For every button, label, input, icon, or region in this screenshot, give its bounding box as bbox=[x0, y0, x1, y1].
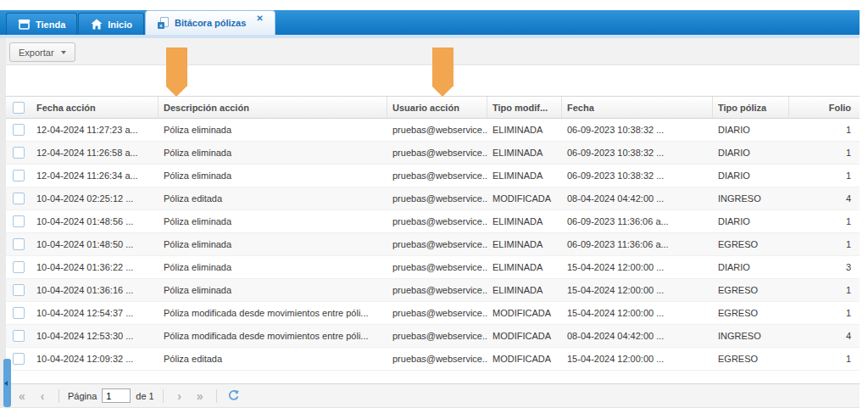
row-checkbox[interactable] bbox=[13, 124, 25, 136]
first-page-button[interactable]: « bbox=[14, 390, 30, 402]
cell-descripcion-accion: Póliza editada bbox=[159, 187, 387, 210]
cell-tipo-poliza: INGRESO bbox=[713, 187, 789, 210]
export-button[interactable]: Exportar bbox=[9, 42, 75, 62]
cell-descripcion-accion: Póliza eliminada bbox=[159, 233, 387, 255]
page-count-label: de 1 bbox=[136, 391, 153, 401]
cell-fecha: 15-04-2024 12:00:00 ... bbox=[562, 348, 713, 370]
refresh-button[interactable] bbox=[227, 389, 240, 402]
cell-descripcion-accion: Póliza eliminada bbox=[159, 142, 387, 164]
cell-tipo-modif: MODIFICADA bbox=[487, 302, 562, 324]
policy-log-icon: x bbox=[157, 17, 170, 29]
tab-tienda[interactable]: Tienda bbox=[6, 13, 77, 35]
cell-descripcion-accion: Póliza eliminada bbox=[159, 279, 387, 301]
row-checkbox-cell bbox=[6, 142, 31, 164]
cell-tipo-poliza: DIARIO bbox=[713, 165, 789, 187]
cell-fecha-accion: 12-04-2024 11:26:34 a... bbox=[31, 165, 159, 187]
pagination-toolbar: « ‹ Página de 1 › » bbox=[6, 383, 860, 408]
cell-tipo-poliza: EGRESO bbox=[713, 348, 789, 370]
cell-fecha: 15-04-2024 12:00:00 ... bbox=[562, 256, 713, 278]
cell-tipo-poliza: DIARIO bbox=[713, 142, 789, 164]
row-checkbox[interactable] bbox=[13, 330, 25, 342]
cell-fecha-accion: 12-04-2024 11:26:58 a... bbox=[31, 142, 159, 164]
table-row[interactable]: 10-04-2024 01:48:50 ...Póliza eliminadap… bbox=[6, 233, 860, 256]
table-row[interactable]: 12-04-2024 11:26:58 a...Póliza eliminada… bbox=[6, 142, 860, 165]
cell-folio: 1 bbox=[789, 210, 860, 232]
cell-tipo-modif: ELIMINADA bbox=[487, 165, 562, 187]
page-input[interactable] bbox=[102, 388, 131, 403]
row-checkbox-cell bbox=[6, 302, 31, 324]
cell-folio: 1 bbox=[789, 119, 860, 141]
table-row[interactable]: 10-04-2024 12:53:30 ...Póliza modificada… bbox=[6, 325, 860, 348]
tab-bitacora-polizas[interactable]: xBitácora pólizas✕ bbox=[145, 10, 275, 35]
cell-folio: 1 bbox=[789, 165, 860, 187]
cell-fecha-accion: 10-04-2024 02:25:12 ... bbox=[31, 187, 159, 210]
cell-folio: 4 bbox=[789, 187, 860, 210]
cell-tipo-modif: ELIMINADA bbox=[487, 210, 562, 232]
left-edge bbox=[0, 38, 6, 408]
column-header-descripcion-accion[interactable]: Descripción acción bbox=[159, 97, 387, 118]
screen: TiendaInicioxBitácora pólizas✕ Exportar … bbox=[0, 0, 868, 419]
cell-fecha: 06-09-2023 11:36:06 a... bbox=[562, 210, 713, 232]
column-header-fecha-accion[interactable]: Fecha acción bbox=[31, 97, 159, 118]
row-checkbox[interactable] bbox=[13, 147, 25, 159]
prev-page-button[interactable]: ‹ bbox=[35, 390, 50, 402]
tab-label: Inicio bbox=[108, 20, 132, 30]
cell-fecha: 08-04-2024 04:42:00 ... bbox=[562, 187, 713, 210]
collapse-panel-handle[interactable] bbox=[3, 359, 11, 407]
cell-tipo-poliza: DIARIO bbox=[713, 119, 789, 141]
cell-folio: 4 bbox=[789, 325, 860, 347]
cell-fecha-accion: 12-04-2024 11:27:23 a... bbox=[31, 119, 159, 141]
table-row[interactable]: 10-04-2024 01:36:22 ...Póliza eliminadap… bbox=[6, 256, 860, 279]
row-checkbox[interactable] bbox=[13, 307, 25, 319]
cell-fecha: 15-04-2024 12:00:00 ... bbox=[562, 279, 713, 301]
table-row[interactable]: 10-04-2024 12:54:37 ...Póliza modificada… bbox=[6, 302, 860, 325]
tab-label: Bitácora pólizas bbox=[175, 18, 246, 28]
tab-bar: TiendaInicioxBitácora pólizas✕ bbox=[0, 10, 860, 35]
tab-label: Tienda bbox=[36, 20, 65, 30]
row-checkbox[interactable] bbox=[13, 193, 25, 204]
row-checkbox-cell bbox=[6, 256, 31, 278]
grid-header: Fecha acciónDescripción acciónUsuario ac… bbox=[6, 97, 860, 119]
table-row[interactable]: 10-04-2024 02:25:12 ...Póliza editadapru… bbox=[6, 187, 860, 210]
select-all-checkbox[interactable] bbox=[13, 102, 25, 114]
next-page-button[interactable]: › bbox=[172, 390, 187, 402]
cell-usuario-accion: pruebas@webservice.... bbox=[387, 165, 487, 187]
row-checkbox[interactable] bbox=[13, 284, 25, 296]
column-header-tipo-poliza[interactable]: Tipo póliza bbox=[713, 97, 789, 118]
cell-fecha: 15-04-2024 12:00:00 ... bbox=[562, 302, 713, 324]
cell-fecha: 06-09-2023 11:36:06 a... bbox=[562, 233, 713, 255]
row-checkbox[interactable] bbox=[13, 238, 25, 250]
select-all-cell bbox=[6, 97, 31, 118]
table-row[interactable]: 10-04-2024 01:36:16 ...Póliza eliminadap… bbox=[6, 279, 860, 302]
table-row[interactable]: 10-04-2024 12:09:32 ...Póliza editadapru… bbox=[6, 348, 860, 371]
toolbar: Exportar bbox=[6, 38, 860, 65]
cell-descripcion-accion: Póliza modificada desde movimientos entr… bbox=[159, 325, 387, 347]
column-header-fecha[interactable]: Fecha bbox=[562, 97, 713, 118]
row-checkbox[interactable] bbox=[13, 170, 25, 182]
store-icon bbox=[18, 19, 31, 31]
row-checkbox[interactable] bbox=[13, 353, 25, 365]
column-header-folio[interactable]: Folio bbox=[789, 97, 860, 118]
table-row[interactable]: 12-04-2024 11:26:34 a...Póliza eliminada… bbox=[6, 165, 860, 187]
table-row[interactable]: 10-04-2024 01:48:56 ...Póliza eliminadap… bbox=[6, 210, 860, 233]
cell-folio: 3 bbox=[789, 256, 860, 278]
cell-descripcion-accion: Póliza modificada desde movimientos entr… bbox=[159, 302, 387, 324]
table-row[interactable]: 12-04-2024 11:27:23 a...Póliza eliminada… bbox=[6, 119, 860, 142]
cell-usuario-accion: pruebas@webservice.... bbox=[387, 142, 487, 164]
cell-tipo-poliza: DIARIO bbox=[713, 210, 789, 232]
chevron-down-icon bbox=[61, 51, 66, 54]
column-header-usuario-accion[interactable]: Usuario acción bbox=[387, 97, 487, 118]
last-page-button[interactable]: » bbox=[192, 390, 208, 402]
cell-tipo-poliza: EGRESO bbox=[713, 233, 789, 255]
cell-usuario-accion: pruebas@webservice.... bbox=[387, 119, 487, 141]
close-icon[interactable]: ✕ bbox=[256, 14, 263, 23]
row-checkbox-cell bbox=[6, 165, 31, 187]
row-checkbox[interactable] bbox=[13, 261, 25, 273]
tab-inicio[interactable]: Inicio bbox=[78, 13, 144, 35]
cell-tipo-modif: MODIFICADA bbox=[487, 348, 562, 370]
row-checkbox[interactable] bbox=[13, 215, 25, 227]
cell-fecha: 08-04-2024 04:42:00 ... bbox=[562, 325, 713, 347]
cell-tipo-modif: MODIFICADA bbox=[487, 325, 562, 347]
cell-usuario-accion: pruebas@webservice.... bbox=[387, 348, 487, 370]
column-header-tipo-modif[interactable]: Tipo modif... bbox=[487, 97, 562, 118]
